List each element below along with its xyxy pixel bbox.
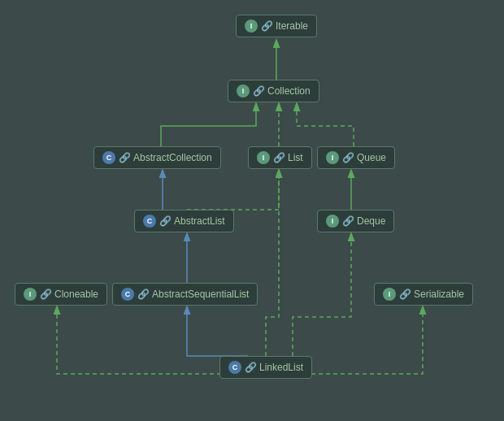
badge-abstractsequentiallist: C [121,288,134,301]
badge-abstractcollection: C [102,151,115,164]
badge-iterable: I [245,20,258,33]
icon-serializable: 🔗 [399,289,411,300]
label-abstractsequentiallist: AbstractSequentialList [152,289,249,300]
label-abstractlist: AbstractList [174,215,225,227]
node-deque[interactable]: I 🔗 Deque [317,210,394,232]
icon-abstractlist: 🔗 [159,215,171,227]
node-serializable[interactable]: I 🔗 Serializable [374,283,473,306]
badge-list: I [257,151,270,164]
node-list[interactable]: I 🔗 List [248,146,312,169]
icon-queue: 🔗 [342,152,354,163]
badge-deque: I [326,215,339,228]
badge-abstractlist: C [143,215,156,228]
node-queue[interactable]: I 🔗 Queue [317,146,395,169]
icon-abstractcollection: 🔗 [119,152,130,163]
label-serializable: Serializable [414,289,464,300]
icon-iterable: 🔗 [261,20,272,32]
label-iterable: Iterable [276,20,308,32]
label-abstractcollection: AbstractCollection [133,152,212,163]
diagram-canvas: I 🔗 Iterable I 🔗 Collection C 🔗 Abstract… [0,0,504,421]
node-cloneable[interactable]: I 🔗 Cloneable [15,283,107,306]
badge-collection: I [237,85,250,98]
badge-linkedlist: C [228,361,241,374]
label-linkedlist: LinkedList [259,362,303,373]
icon-linkedlist: 🔗 [245,362,256,373]
icon-abstractsequentiallist: 🔗 [137,289,149,300]
icon-deque: 🔗 [342,215,354,227]
badge-queue: I [326,151,339,164]
node-abstractsequentiallist[interactable]: C 🔗 AbstractSequentialList [112,283,258,306]
label-deque: Deque [357,215,385,227]
badge-cloneable: I [24,288,37,301]
badge-serializable: I [383,288,396,301]
node-linkedlist[interactable]: C 🔗 LinkedList [219,356,312,379]
node-abstractcollection[interactable]: C 🔗 AbstractCollection [93,146,221,169]
node-iterable[interactable]: I 🔗 Iterable [236,15,317,37]
label-cloneable: Cloneable [54,289,98,300]
icon-cloneable: 🔗 [40,289,51,300]
label-collection: Collection [267,85,311,97]
icon-collection: 🔗 [253,85,264,97]
label-queue: Queue [357,152,386,163]
label-list: List [288,152,303,163]
node-collection[interactable]: I 🔗 Collection [228,80,319,102]
node-abstractlist[interactable]: C 🔗 AbstractList [134,210,234,232]
icon-list: 🔗 [273,152,285,163]
